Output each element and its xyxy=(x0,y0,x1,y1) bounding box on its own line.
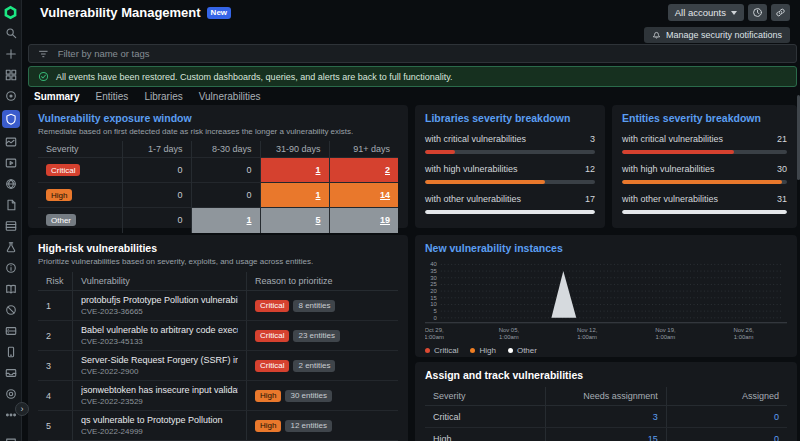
exposure-count-link[interactable]: 19 xyxy=(380,215,390,225)
filter-input[interactable] xyxy=(58,48,787,59)
svg-text:40: 40 xyxy=(430,261,437,267)
new-relic-logo-icon[interactable] xyxy=(3,5,19,19)
legend-critical[interactable]: Critical xyxy=(425,346,458,355)
inbox-icon[interactable] xyxy=(3,366,19,380)
assigned-link[interactable]: 0 xyxy=(774,434,779,441)
area-chart[interactable]: 0510152025303540Oct 29,1:00amNov 05,1:00… xyxy=(425,258,787,344)
libraries-breakdown-panel: Libraries severity breakdown with critic… xyxy=(415,105,605,228)
meter-fill-high xyxy=(622,180,782,184)
meter-track xyxy=(425,210,595,214)
entities-badge: 12 entities xyxy=(285,420,331,432)
docs-book-icon[interactable] xyxy=(3,282,19,296)
svg-text:Nov 26,: Nov 26, xyxy=(733,327,754,333)
risk-rank: 4 xyxy=(38,381,72,410)
severity-badge: Critical xyxy=(255,300,289,312)
circle-slash-icon[interactable] xyxy=(3,303,19,317)
vulnerability-link[interactable]: qs vulnerable to Prototype Pollution xyxy=(81,415,238,425)
entities-panel-title[interactable]: Entities severity breakdown xyxy=(622,112,787,124)
breakdown-label: with critical vulnerabilities xyxy=(425,134,526,144)
filter-icon xyxy=(38,49,49,59)
severity-badge: High xyxy=(255,390,281,402)
needs-assignment-link[interactable]: 3 xyxy=(653,412,658,422)
svg-text:1:00am: 1:00am xyxy=(734,334,754,340)
exposure-window-panel: Vulnerability exposure window Remediate … xyxy=(28,105,408,228)
svg-text:25: 25 xyxy=(430,281,437,287)
table-row[interactable]: 2 Babel vulnerable to arbitrary code exe… xyxy=(38,321,398,351)
manage-notifications-button[interactable]: Manage security notifications xyxy=(644,27,790,43)
breakdown-item: with other vulnerabilities31 xyxy=(622,194,787,214)
synthetics-flask-icon[interactable] xyxy=(3,240,19,254)
dashboards-icon[interactable] xyxy=(3,135,19,149)
vulnerability-link[interactable]: protobufjs Prototype Pollution vulnerabi… xyxy=(81,295,238,305)
breakdown-item: with critical vulnerabilities21 xyxy=(622,134,787,154)
filter-bar[interactable] xyxy=(28,44,797,63)
accounts-dropdown-label: All accounts xyxy=(675,7,726,18)
risk-rank: 3 xyxy=(38,351,72,380)
exposure-count-link[interactable]: 1 xyxy=(246,215,251,225)
legend-dot-other xyxy=(508,348,513,353)
breakdown-item: with critical vulnerabilities3 xyxy=(425,134,595,154)
new-badge: New xyxy=(207,7,231,19)
table-row[interactable]: 5 qs vulnerable to Prototype PollutionCV… xyxy=(38,411,398,441)
breakdown-label: with other vulnerabilities xyxy=(622,194,718,204)
svg-text:Nov 12,: Nov 12, xyxy=(577,327,598,333)
table-row[interactable]: 1 protobufjs Prototype Pollution vulnera… xyxy=(38,291,398,321)
exposure-cell: 0 xyxy=(191,158,260,183)
high-risk-panel: High-risk vulnerabilities Prioritize vul… xyxy=(28,235,408,441)
exposure-panel-title[interactable]: Vulnerability exposure window xyxy=(38,112,398,124)
browser-icon[interactable] xyxy=(3,156,19,170)
metrics-table-icon[interactable] xyxy=(3,219,19,233)
table-row: High 0 0 1 14 xyxy=(38,183,398,208)
globe-icon[interactable] xyxy=(3,177,19,191)
exposure-count-link[interactable]: 2 xyxy=(385,165,390,175)
apm-icon[interactable] xyxy=(3,89,19,103)
severity-badge: Critical xyxy=(46,164,80,176)
alerts-info-icon[interactable] xyxy=(3,261,19,275)
vulnerability-link[interactable]: jsonwebtoken has insecure input validati… xyxy=(81,385,238,395)
assigned-link[interactable]: 0 xyxy=(774,412,779,422)
vulnerability-link[interactable]: Server-Side Request Forgery (SSRF) in Gi… xyxy=(81,355,238,365)
clock-icon xyxy=(752,7,763,18)
vulnerability-link[interactable]: Babel vulnerable to arbitrary code execu… xyxy=(81,325,238,335)
mobile-icon[interactable] xyxy=(3,345,19,359)
chart-title[interactable]: New vulnerability instances xyxy=(425,242,787,254)
exposure-cell: 0 xyxy=(122,183,191,208)
exposure-count-link[interactable]: 14 xyxy=(380,190,390,200)
exposure-count-link[interactable]: 5 xyxy=(315,215,320,225)
time-picker-button[interactable] xyxy=(748,4,767,21)
exposure-table: Severity 1-7 days 8-30 days 31-90 days 9… xyxy=(38,141,398,233)
breakdown-label: with high vulnerabilities xyxy=(425,164,518,174)
breakdown-value: 31 xyxy=(777,194,787,204)
settings-gear-icon[interactable] xyxy=(3,387,19,401)
severity-badge: High xyxy=(46,189,72,201)
create-plus-icon[interactable] xyxy=(3,47,19,61)
high-risk-title: High-risk vulnerabilities xyxy=(38,242,398,254)
banner-message: All events have been restored. Custom da… xyxy=(56,72,453,82)
risk-rank: 5 xyxy=(38,411,72,440)
table-row[interactable]: 3 Server-Side Request Forgery (SSRF) in … xyxy=(38,351,398,381)
sidebar-expand-chevron[interactable]: › xyxy=(15,402,29,416)
breakdown-value: 21 xyxy=(777,134,787,144)
table-row[interactable]: 4 jsonwebtoken has insecure input valida… xyxy=(38,381,398,411)
exposure-count-link[interactable]: 1 xyxy=(315,165,320,175)
logs-document-icon[interactable] xyxy=(3,198,19,212)
accounts-dropdown[interactable]: All accounts xyxy=(668,4,744,21)
chevron-down-icon xyxy=(731,11,737,15)
vulnerability-management-shield-icon[interactable] xyxy=(2,110,20,128)
breakdown-label: with critical vulnerabilities xyxy=(622,134,723,144)
infrastructure-server-icon[interactable] xyxy=(3,324,19,338)
copy-link-button[interactable] xyxy=(771,4,790,21)
legend-other[interactable]: Other xyxy=(508,346,537,355)
new-instances-panel: New vulnerability instances 051015202530… xyxy=(415,235,797,357)
libraries-panel-title[interactable]: Libraries severity breakdown xyxy=(425,112,595,124)
cve-id: CVE-2023-36665 xyxy=(81,307,238,316)
search-icon[interactable] xyxy=(3,26,19,40)
svg-text:15: 15 xyxy=(430,295,437,301)
col-8-30-days: 8-30 days xyxy=(191,141,260,158)
legend-high[interactable]: High xyxy=(470,346,495,355)
all-entities-grid-icon[interactable] xyxy=(3,68,19,82)
feedback-chat-icon[interactable] xyxy=(3,436,19,441)
svg-text:Oct 29,: Oct 29, xyxy=(425,327,444,333)
needs-assignment-link[interactable]: 15 xyxy=(648,434,658,441)
exposure-count-link[interactable]: 1 xyxy=(315,190,320,200)
